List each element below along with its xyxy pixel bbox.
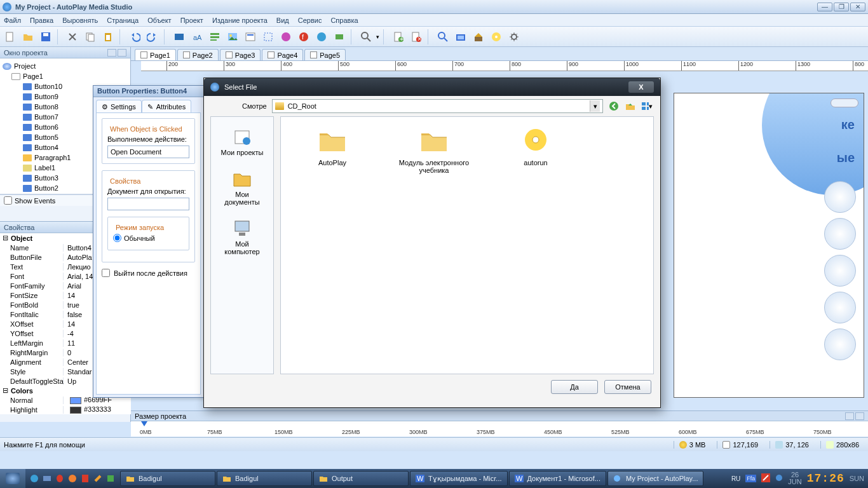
- tab-attributes[interactable]: ✎Attributes: [142, 100, 191, 112]
- close-button[interactable]: ✕: [850, 3, 865, 11]
- doc-input[interactable]: [107, 198, 189, 210]
- run-button[interactable]: [453, 29, 468, 44]
- menu-Сервис[interactable]: Сервис: [298, 17, 322, 24]
- tree-project[interactable]: Project: [1, 61, 129, 71]
- panel-close-icon[interactable]: [118, 49, 126, 57]
- burn-button[interactable]: [489, 29, 504, 44]
- view-button[interactable]: ▾: [641, 100, 653, 112]
- undo-button[interactable]: [127, 29, 142, 44]
- copy-button[interactable]: [83, 29, 98, 44]
- sizebar-close-icon[interactable]: [855, 412, 864, 420]
- file-item-autorun[interactable]: autorun: [494, 127, 577, 166]
- pdf-icon[interactable]: [80, 473, 90, 484]
- mode-normal-radio[interactable]: Обычный: [113, 234, 184, 242]
- show-events-checkbox[interactable]: [4, 196, 12, 205]
- minimize-button[interactable]: —: [817, 3, 832, 11]
- place-2[interactable]: Мой компьютер: [213, 214, 271, 259]
- media-icon[interactable]: [67, 473, 78, 484]
- cut-button[interactable]: [65, 29, 80, 44]
- build-button[interactable]: [471, 29, 486, 44]
- menu-Правка[interactable]: Правка: [30, 17, 53, 24]
- language-indicator[interactable]: RU: [731, 475, 740, 482]
- up-button[interactable]: [625, 100, 636, 112]
- task-Badigul[interactable]: Badigul: [120, 471, 215, 486]
- tool-select[interactable]: [261, 29, 276, 44]
- tab-Page2[interactable]: Page2: [177, 49, 219, 60]
- ie-icon[interactable]: [29, 473, 39, 484]
- tab-Page5[interactable]: Page5: [304, 49, 346, 60]
- tab-Page1[interactable]: Page1: [135, 49, 176, 60]
- exit-after-checkbox[interactable]: Выйти после действия: [102, 269, 195, 277]
- tray-avira-icon[interactable]: [761, 473, 770, 484]
- zoom-button[interactable]: [358, 29, 374, 44]
- tool-rect[interactable]: [172, 29, 187, 44]
- tray-clock[interactable]: 17:26: [807, 472, 844, 485]
- file-list[interactable]: AutoPlayМодуль электронного учебникаauto…: [280, 116, 654, 374]
- opera-icon[interactable]: [55, 473, 65, 484]
- tool-text[interactable]: aA: [189, 29, 205, 44]
- delete-page-button[interactable]: ×: [409, 29, 424, 44]
- task-My Project - AutoPlay...[interactable]: My Project - AutoPlay...: [607, 471, 704, 486]
- settings-button[interactable]: [506, 29, 522, 44]
- tool-image[interactable]: [225, 29, 240, 44]
- menu-Выровнять[interactable]: Выровнять: [62, 17, 98, 24]
- redo-button[interactable]: [145, 29, 160, 44]
- tab-settings[interactable]: ⚙Settings: [96, 100, 142, 112]
- dialog-close-button[interactable]: X: [628, 81, 654, 93]
- menu-Издание проекта[interactable]: Издание проекта: [212, 17, 268, 24]
- task-Тұқырымдама - Micr...[interactable]: WТұқырымдама - Micr...: [410, 471, 508, 486]
- tab-Page4[interactable]: Page4: [262, 49, 303, 60]
- place-1[interactable]: Мои документы: [213, 164, 271, 210]
- tool-paragraph[interactable]: [207, 29, 222, 44]
- size-bar: Размер проекта 0MB75MB150MB225MB300MB375…: [131, 410, 868, 436]
- menu-Вид[interactable]: Вид: [276, 17, 289, 24]
- start-button[interactable]: [0, 469, 25, 488]
- save-button[interactable]: [38, 29, 53, 44]
- panel-pin-icon[interactable]: [107, 49, 116, 57]
- file-item-Модуль электронного учебника[interactable]: Модуль электронного учебника: [393, 127, 475, 174]
- svg-rect-4: [88, 34, 94, 41]
- preview-button[interactable]: [435, 29, 451, 44]
- cancel-button[interactable]: Отмена: [604, 380, 651, 394]
- menu-Объект[interactable]: Объект: [147, 17, 171, 24]
- tool-web[interactable]: [314, 29, 329, 44]
- winamp-icon[interactable]: [93, 473, 103, 484]
- tree-page[interactable]: Page1: [1, 71, 129, 81]
- tool-video[interactable]: [278, 29, 294, 44]
- tool-list[interactable]: [243, 29, 258, 44]
- size-ruler[interactable]: 0MB75MB150MB225MB300MB375MB450MB525MB600…: [131, 421, 868, 437]
- ok-button[interactable]: Да: [551, 380, 598, 394]
- task-Badigul[interactable]: Badigul: [217, 471, 312, 486]
- sizebar-pin-icon[interactable]: [845, 412, 854, 420]
- select-file-title-bar[interactable]: Select File X: [204, 78, 660, 96]
- tab-Page3[interactable]: Page3: [220, 49, 261, 60]
- new-button[interactable]: [3, 29, 18, 44]
- look-in-combo[interactable]: CD_Root ▾: [272, 99, 603, 113]
- prop-Highlight[interactable]: Highlight#333333: [0, 405, 131, 414]
- menu-Страница[interactable]: Страница: [107, 17, 139, 24]
- tray-info-icon[interactable]: [775, 474, 783, 483]
- tray-ffa-icon[interactable]: Ffa: [745, 475, 756, 482]
- status-dimensions: 280x86: [820, 441, 864, 449]
- chevron-down-icon[interactable]: ▾: [590, 100, 600, 112]
- place-0[interactable]: Мои проекты: [213, 122, 271, 160]
- action-input[interactable]: [107, 146, 189, 158]
- file-item-AutoPlay[interactable]: AutoPlay: [291, 127, 374, 166]
- tool-flash[interactable]: f: [296, 29, 311, 44]
- button-properties-title[interactable]: Button Properties: Button4: [93, 86, 203, 97]
- add-page-button[interactable]: +: [391, 29, 406, 44]
- task-Документ1 - Microsof...[interactable]: WДокумент1 - Microsof...: [509, 471, 606, 486]
- menu-Файл[interactable]: Файл: [4, 17, 21, 24]
- menu-Справка[interactable]: Справка: [330, 17, 358, 24]
- menu-Проект[interactable]: Проект: [180, 17, 203, 24]
- desktop-icon[interactable]: [42, 473, 52, 484]
- back-button[interactable]: [608, 100, 620, 112]
- task-Output[interactable]: Output: [313, 471, 409, 486]
- open-button[interactable]: [20, 29, 36, 44]
- svg-rect-21: [336, 34, 343, 39]
- torrent-icon[interactable]: [105, 473, 116, 484]
- svg-point-29: [438, 32, 445, 39]
- maximize-button[interactable]: ❐: [834, 3, 849, 11]
- paste-button[interactable]: [100, 29, 116, 44]
- tool-plugin[interactable]: [332, 29, 347, 44]
